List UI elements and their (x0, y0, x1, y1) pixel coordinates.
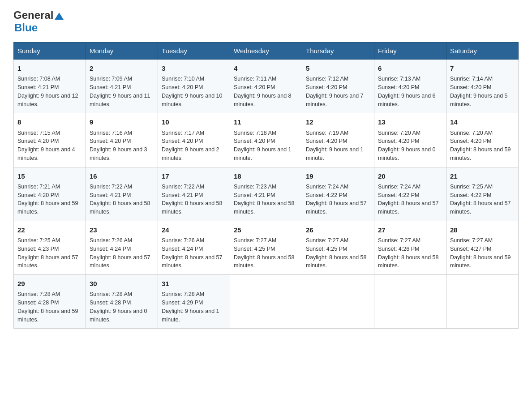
daylight-text: Daylight: 9 hours and 6 minutes. (378, 92, 442, 109)
day-number: 31 (162, 278, 226, 289)
day-number: 4 (234, 63, 298, 73)
sunrise-text: Sunrise: 7:23 AM (234, 183, 298, 191)
day-info: Sunrise: 7:09 AMSunset: 4:21 PMDaylight:… (90, 75, 154, 108)
sunrise-text: Sunrise: 7:27 AM (306, 236, 370, 245)
day-number: 19 (306, 171, 370, 181)
sunset-text: Sunset: 4:26 PM (378, 245, 442, 253)
daylight-text: Daylight: 8 hours and 57 minutes. (90, 253, 154, 270)
day-number: 16 (90, 171, 154, 181)
sunset-text: Sunset: 4:24 PM (90, 245, 154, 253)
day-info: Sunrise: 7:25 AMSunset: 4:22 PMDaylight:… (450, 183, 515, 216)
sunrise-text: Sunrise: 7:21 AM (17, 183, 82, 191)
calendar-cell: 30Sunrise: 7:28 AMSunset: 4:28 PMDayligh… (86, 275, 158, 329)
calendar-cell (302, 275, 374, 329)
sunset-text: Sunset: 4:21 PM (17, 83, 82, 92)
calendar-week-row: 22Sunrise: 7:25 AMSunset: 4:23 PMDayligh… (14, 221, 519, 274)
calendar-cell: 14Sunrise: 7:20 AMSunset: 4:20 PMDayligh… (446, 113, 519, 167)
calendar-cell: 20Sunrise: 7:24 AMSunset: 4:22 PMDayligh… (374, 167, 446, 221)
sunset-text: Sunset: 4:21 PM (234, 191, 298, 200)
calendar-cell: 13Sunrise: 7:20 AMSunset: 4:20 PMDayligh… (374, 113, 446, 167)
day-info: Sunrise: 7:22 AMSunset: 4:21 PMDaylight:… (162, 183, 226, 216)
logo-triangle-icon (55, 13, 64, 20)
sunrise-text: Sunrise: 7:27 AM (234, 236, 298, 245)
daylight-text: Daylight: 8 hours and 57 minutes. (162, 253, 226, 270)
sunrise-text: Sunrise: 7:26 AM (90, 236, 154, 245)
calendar-week-row: 29Sunrise: 7:28 AMSunset: 4:28 PMDayligh… (14, 275, 519, 329)
day-info: Sunrise: 7:15 AMSunset: 4:20 PMDaylight:… (17, 129, 82, 163)
day-number: 8 (17, 117, 82, 127)
daylight-text: Daylight: 8 hours and 57 minutes. (378, 199, 442, 216)
day-info: Sunrise: 7:28 AMSunset: 4:29 PMDaylight:… (162, 290, 226, 324)
daylight-text: Daylight: 9 hours and 2 minutes. (162, 146, 226, 163)
day-number: 14 (450, 117, 515, 127)
col-header-wednesday: Wednesday (230, 43, 302, 60)
sunset-text: Sunset: 4:27 PM (450, 245, 515, 253)
day-info: Sunrise: 7:26 AMSunset: 4:24 PMDaylight:… (90, 236, 154, 270)
sunrise-text: Sunrise: 7:15 AM (17, 129, 82, 137)
calendar-cell: 11Sunrise: 7:18 AMSunset: 4:20 PMDayligh… (230, 113, 302, 167)
day-number: 12 (306, 117, 370, 127)
daylight-text: Daylight: 8 hours and 58 minutes. (162, 199, 226, 216)
day-info: Sunrise: 7:28 AMSunset: 4:28 PMDaylight:… (90, 290, 154, 324)
sunset-text: Sunset: 4:20 PM (450, 83, 515, 92)
day-info: Sunrise: 7:08 AMSunset: 4:21 PMDaylight:… (17, 75, 82, 108)
day-number: 17 (162, 171, 226, 181)
day-info: Sunrise: 7:28 AMSunset: 4:28 PMDaylight:… (17, 290, 82, 324)
sunset-text: Sunset: 4:25 PM (234, 245, 298, 253)
calendar-cell: 27Sunrise: 7:27 AMSunset: 4:26 PMDayligh… (374, 221, 446, 274)
daylight-text: Daylight: 8 hours and 59 minutes. (450, 253, 515, 270)
daylight-text: Daylight: 8 hours and 57 minutes. (17, 253, 82, 270)
day-info: Sunrise: 7:11 AMSunset: 4:20 PMDaylight:… (234, 75, 298, 108)
sunrise-text: Sunrise: 7:18 AM (234, 129, 298, 137)
daylight-text: Daylight: 9 hours and 8 minutes. (234, 92, 298, 109)
day-number: 22 (17, 225, 82, 235)
sunset-text: Sunset: 4:20 PM (162, 83, 226, 92)
daylight-text: Daylight: 9 hours and 10 minutes. (162, 92, 226, 109)
col-header-sunday: Sunday (14, 43, 86, 60)
day-info: Sunrise: 7:12 AMSunset: 4:20 PMDaylight:… (306, 75, 370, 108)
daylight-text: Daylight: 9 hours and 0 minutes. (90, 307, 154, 324)
sunrise-text: Sunrise: 7:11 AM (234, 75, 298, 83)
sunset-text: Sunset: 4:20 PM (306, 137, 370, 146)
sunrise-text: Sunrise: 7:28 AM (162, 290, 226, 299)
sunset-text: Sunset: 4:20 PM (450, 137, 515, 146)
day-number: 11 (234, 117, 298, 127)
day-info: Sunrise: 7:24 AMSunset: 4:22 PMDaylight:… (306, 183, 370, 216)
sunrise-text: Sunrise: 7:27 AM (450, 236, 515, 245)
calendar-table: SundayMondayTuesdayWednesdayThursdayFrid… (13, 42, 519, 329)
calendar-cell: 10Sunrise: 7:17 AMSunset: 4:20 PMDayligh… (158, 113, 230, 167)
col-header-monday: Monday (86, 43, 158, 60)
daylight-text: Daylight: 9 hours and 7 minutes. (306, 92, 370, 109)
calendar-cell: 22Sunrise: 7:25 AMSunset: 4:23 PMDayligh… (14, 221, 86, 274)
sunrise-text: Sunrise: 7:20 AM (450, 129, 515, 137)
calendar-cell: 25Sunrise: 7:27 AMSunset: 4:25 PMDayligh… (230, 221, 302, 274)
day-number: 13 (378, 117, 442, 127)
sunrise-text: Sunrise: 7:25 AM (17, 236, 82, 245)
daylight-text: Daylight: 9 hours and 1 minute. (234, 146, 298, 163)
sunset-text: Sunset: 4:28 PM (17, 299, 82, 307)
daylight-text: Daylight: 9 hours and 5 minutes. (450, 92, 515, 109)
day-info: Sunrise: 7:18 AMSunset: 4:20 PMDaylight:… (234, 129, 298, 163)
day-number: 7 (450, 63, 515, 73)
calendar-cell: 17Sunrise: 7:22 AMSunset: 4:21 PMDayligh… (158, 167, 230, 221)
sunrise-text: Sunrise: 7:28 AM (90, 290, 154, 299)
day-info: Sunrise: 7:17 AMSunset: 4:20 PMDaylight:… (162, 129, 226, 163)
sunset-text: Sunset: 4:21 PM (90, 191, 154, 200)
daylight-text: Daylight: 9 hours and 1 minute. (306, 146, 370, 163)
day-number: 26 (306, 225, 370, 235)
sunset-text: Sunset: 4:24 PM (162, 245, 226, 253)
daylight-text: Daylight: 9 hours and 0 minutes. (378, 146, 442, 163)
day-number: 20 (378, 171, 442, 181)
col-header-friday: Friday (374, 43, 446, 60)
day-number: 18 (234, 171, 298, 181)
calendar-cell (374, 275, 446, 329)
daylight-text: Daylight: 8 hours and 57 minutes. (450, 199, 515, 216)
day-info: Sunrise: 7:26 AMSunset: 4:24 PMDaylight:… (162, 236, 226, 270)
sunrise-text: Sunrise: 7:14 AM (450, 75, 515, 83)
daylight-text: Daylight: 8 hours and 59 minutes. (450, 146, 515, 163)
sunrise-text: Sunrise: 7:22 AM (90, 183, 154, 191)
calendar-cell: 19Sunrise: 7:24 AMSunset: 4:22 PMDayligh… (302, 167, 374, 221)
day-info: Sunrise: 7:21 AMSunset: 4:20 PMDaylight:… (17, 183, 82, 216)
calendar-week-row: 1Sunrise: 7:08 AMSunset: 4:21 PMDaylight… (14, 60, 519, 113)
day-number: 10 (162, 117, 226, 127)
